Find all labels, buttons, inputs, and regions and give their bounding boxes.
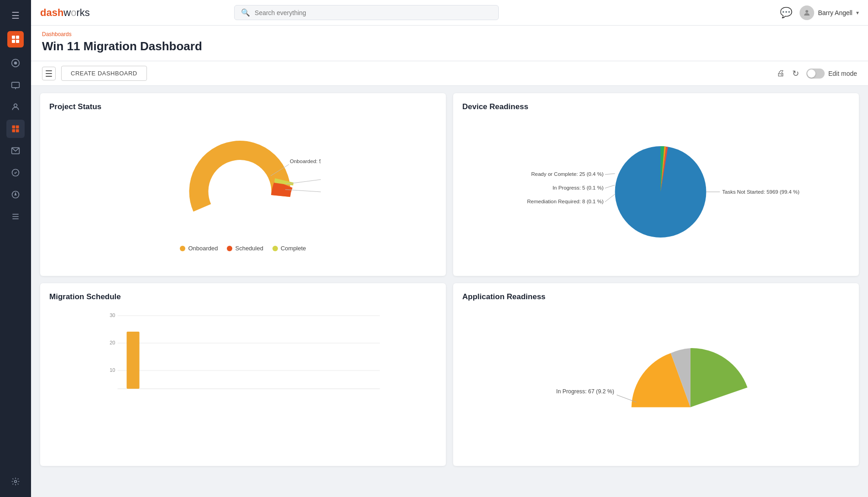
dashboard-grid: Project Status — [40, 93, 859, 466]
project-status-chart: Onboarded: 5689 (94.7 %) Scheduled: 268 … — [49, 119, 437, 252]
sidebar-item-compass[interactable] — [6, 185, 25, 204]
legend-onboarded-label: Onboarded — [188, 245, 218, 252]
topbar: dashworks 🔍 💬 Barry Angell ▾ — [31, 0, 868, 26]
sidebar-item-list[interactable] — [6, 207, 25, 226]
device-readiness-title: Device Readiness — [462, 102, 850, 111]
edit-mode-label: Edit mode — [828, 70, 857, 77]
app-green-slice — [690, 348, 748, 407]
sidebar-item-devices[interactable] — [6, 76, 25, 94]
ready-label-left: Ready or Complete: 25 (0.4 %) — [531, 171, 604, 177]
dashboard-logo-icon[interactable] — [7, 31, 24, 48]
edit-mode-area: Edit mode — [806, 69, 857, 79]
project-status-title: Project Status — [49, 102, 437, 111]
y-label-20: 20 — [110, 340, 115, 345]
sidebar: ☰ — [0, 0, 31, 497]
donut-svg: Onboarded: 5689 (94.7 %) Scheduled: 268 … — [166, 119, 321, 238]
svg-point-5 — [14, 62, 17, 65]
edit-mode-toggle[interactable] — [806, 69, 825, 79]
sidebar-item-dashboard[interactable] — [6, 120, 25, 138]
toolbar-right: 🖨 ↻ Edit mode — [777, 69, 857, 79]
bar-chart-svg: 30 20 10 — [49, 309, 437, 400]
migration-schedule-title: Migration Schedule — [49, 292, 437, 301]
sidebar-item-users[interactable] — [6, 98, 25, 116]
svg-rect-3 — [16, 40, 19, 43]
remediation-connector — [605, 194, 615, 202]
search-bar[interactable]: 🔍 — [234, 5, 499, 20]
create-dashboard-button[interactable]: CREATE DASHBOARD — [61, 66, 147, 81]
legend-scheduled: Scheduled — [227, 245, 263, 252]
svg-rect-10 — [12, 126, 16, 129]
svg-rect-23 — [46, 70, 52, 71]
not-started-label-right: Tasks Not Started: 5969 (99.4 %) — [722, 189, 800, 195]
bar-1 — [127, 332, 140, 389]
application-readiness-chart: In Progress: 67 (9.2 %) — [462, 309, 850, 437]
in-progress-label-left: In Progress: 5 (0.1 %) — [553, 185, 604, 190]
page-header: Dashboards Win 11 Migration Dashboard — [31, 26, 868, 61]
project-status-card: Project Status — [40, 93, 446, 276]
svg-rect-13 — [16, 129, 19, 132]
chevron-down-icon: ▾ — [856, 10, 859, 16]
svg-rect-11 — [16, 126, 19, 129]
application-readiness-card: Application Readiness — [453, 283, 859, 466]
scheduled-dot — [227, 246, 232, 251]
svg-point-21 — [15, 481, 17, 483]
avatar — [800, 5, 814, 20]
ready-connector — [605, 174, 615, 174]
device-readiness-chart: Ready or Complete: 25 (0.4 %) In Progres… — [462, 119, 850, 265]
search-input[interactable] — [255, 9, 492, 16]
legend-onboarded: Onboarded — [180, 245, 218, 252]
topbar-right: 💬 Barry Angell ▾ — [780, 5, 858, 20]
svg-rect-1 — [16, 36, 19, 39]
sidebar-item-settings[interactable] — [6, 472, 25, 491]
sidebar-item-mail[interactable] — [6, 142, 25, 160]
remediation-label-left: Remediation Required: 8 (0.1 %) — [527, 199, 604, 204]
onboarded-label: Onboarded: 5689 (94.7 %) — [290, 159, 321, 164]
project-status-legend: Onboarded Scheduled Complete — [180, 245, 306, 252]
y-label-10: 10 — [110, 367, 115, 373]
sidebar-item-tasks[interactable] — [6, 164, 25, 182]
user-area[interactable]: Barry Angell ▾ — [800, 5, 858, 20]
toolbar: CREATE DASHBOARD 🖨 ↻ Edit mode — [31, 61, 868, 86]
complete-line — [286, 180, 321, 184]
migration-bar-chart: 30 20 10 — [49, 309, 437, 400]
svg-rect-12 — [12, 129, 16, 132]
page-title: Win 11 Migration Dashboard — [42, 39, 857, 53]
sidebar-item-analytics[interactable] — [6, 54, 25, 72]
device-readiness-card: Device Readiness — [453, 93, 859, 276]
svg-rect-0 — [12, 36, 15, 39]
refresh-icon[interactable]: ↻ — [792, 69, 799, 79]
legend-complete: Complete — [272, 245, 306, 252]
in-progress-connector — [605, 185, 615, 188]
donut-chart-area: Onboarded: 5689 (94.7 %) Scheduled: 268 … — [166, 119, 321, 238]
complete-dot — [272, 246, 278, 251]
print-icon[interactable]: 🖨 — [777, 69, 785, 78]
onboarded-dot — [180, 246, 185, 251]
svg-rect-25 — [46, 76, 52, 77]
donut-inner — [224, 189, 262, 227]
application-readiness-title: Application Readiness — [462, 292, 850, 301]
svg-rect-2 — [12, 40, 15, 43]
user-name: Barry Angell — [818, 9, 852, 16]
migration-schedule-card: Migration Schedule 30 20 10 — [40, 283, 446, 466]
legend-scheduled-label: Scheduled — [235, 245, 263, 252]
svg-point-9 — [14, 104, 17, 107]
svg-point-22 — [805, 10, 808, 13]
svg-marker-17 — [15, 193, 16, 196]
in-progress-app-label: In Progress: 67 (9.2 %) — [556, 388, 614, 395]
main-content: dashworks 🔍 💬 Barry Angell ▾ Dashboards … — [31, 0, 868, 497]
chat-icon[interactable]: 💬 — [780, 7, 792, 19]
complete-arc — [283, 180, 284, 184]
scheduled-arc — [281, 184, 284, 196]
search-icon: 🔍 — [241, 8, 250, 17]
device-pie-svg: Ready or Complete: 25 (0.4 %) In Progres… — [462, 119, 850, 265]
svg-rect-24 — [46, 73, 52, 74]
toggle-knob — [807, 69, 816, 78]
breadcrumb[interactable]: Dashboards — [42, 31, 857, 37]
menu-button[interactable] — [42, 67, 56, 80]
app-pie-svg: In Progress: 67 (9.2 %) — [462, 309, 850, 437]
hamburger-icon[interactable]: ☰ — [7, 5, 24, 26]
y-label-30: 30 — [110, 312, 115, 318]
dashboard-area: Project Status — [31, 86, 868, 497]
app-logo: dashworks — [40, 7, 90, 19]
legend-complete-label: Complete — [281, 245, 306, 252]
